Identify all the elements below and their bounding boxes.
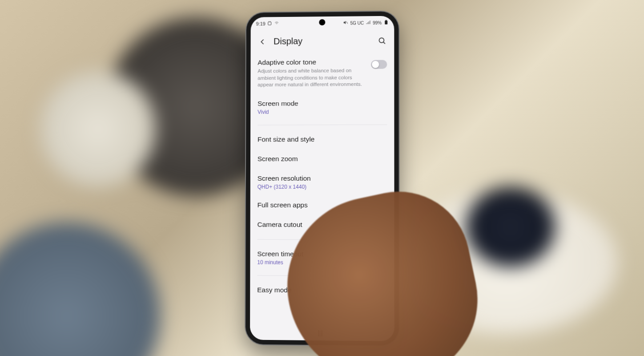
status-time: 9:19 — [256, 21, 266, 26]
setting-adaptive-color-tone[interactable]: Adaptive color tone Adjust colors and wh… — [258, 52, 387, 94]
setting-title: Screen zoom — [258, 154, 387, 163]
camera-punch-hole — [319, 19, 325, 25]
svg-line-1 — [346, 21, 348, 24]
battery-icon — [383, 20, 389, 26]
setting-value: Vivid — [258, 108, 387, 115]
network-label: 5G UC — [350, 20, 364, 25]
svg-rect-3 — [386, 20, 387, 21]
setting-value: QHD+ (3120 x 1440) — [258, 184, 387, 190]
svg-point-4 — [379, 38, 384, 43]
svg-rect-2 — [385, 20, 387, 24]
setting-title: Adaptive color tone — [258, 57, 366, 67]
setting-screen-resolution[interactable]: Screen resolution QHD+ (3120 x 1440) — [258, 169, 387, 195]
search-button[interactable] — [377, 36, 387, 45]
divider — [258, 125, 387, 125]
setting-font-size-style[interactable]: Font size and style — [258, 129, 387, 150]
setting-screen-zoom[interactable]: Screen zoom — [258, 149, 387, 169]
back-button[interactable] — [258, 36, 267, 46]
page-header: Display — [251, 28, 394, 53]
search-icon — [378, 36, 386, 45]
svg-rect-0 — [268, 22, 271, 25]
battery-label: 99% — [373, 20, 382, 25]
setting-screen-mode[interactable]: Screen mode Vivid — [258, 93, 387, 120]
setting-title: Font size and style — [258, 135, 387, 144]
signal-icon — [366, 20, 371, 26]
toggle-knob — [372, 61, 379, 68]
notification-icon — [267, 20, 273, 27]
adaptive-color-toggle[interactable] — [371, 60, 387, 69]
mute-icon — [343, 20, 349, 26]
chevron-left-icon — [258, 37, 266, 45]
wifi-icon — [274, 20, 280, 27]
setting-title: Screen mode — [258, 98, 387, 108]
setting-title: Screen resolution — [258, 174, 387, 183]
page-title: Display — [274, 36, 371, 47]
setting-description: Adjust colors and white balance based on… — [258, 67, 366, 89]
